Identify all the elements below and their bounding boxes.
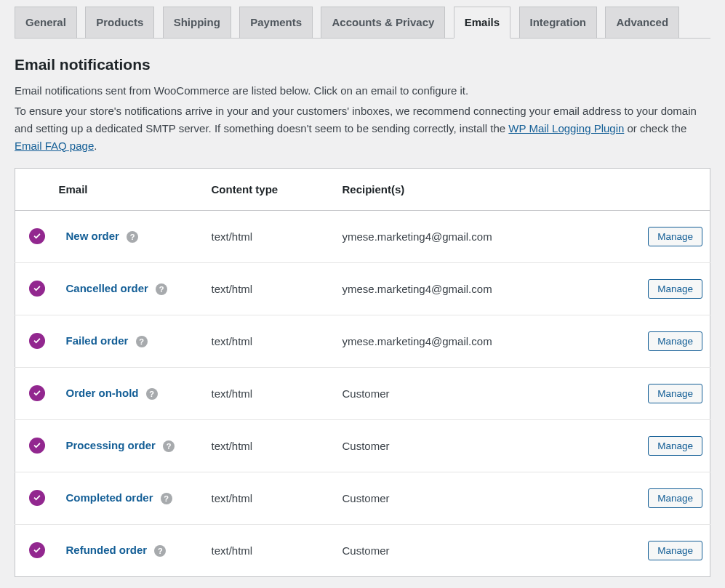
- email-row: Refunded order ? text/html Customer Mana…: [15, 524, 710, 576]
- email-row: Cancelled order ? text/html ymese.market…: [15, 262, 710, 315]
- email-name-link[interactable]: Processing order: [66, 439, 156, 451]
- email-row: Completed order ? text/html Customer Man…: [15, 472, 710, 524]
- wp-mail-logging-link[interactable]: WP Mail Logging Plugin: [508, 122, 624, 134]
- tab-products[interactable]: Products: [85, 7, 154, 38]
- email-name-link[interactable]: Cancelled order: [66, 282, 148, 294]
- email-recipient: Customer: [335, 524, 638, 576]
- email-faq-link[interactable]: Email FAQ page: [15, 140, 94, 152]
- email-content-type: text/html: [204, 210, 335, 262]
- email-name-link[interactable]: Refunded order: [66, 544, 148, 556]
- status-enabled-icon: [29, 281, 45, 297]
- status-enabled-icon: [29, 228, 45, 244]
- tab-shipping[interactable]: Shipping: [163, 7, 231, 38]
- email-recipient: Customer: [335, 367, 638, 419]
- help-tip-icon[interactable]: ?: [156, 283, 167, 295]
- status-enabled-icon: [29, 385, 45, 401]
- tab-advanced[interactable]: Advanced: [605, 7, 679, 38]
- manage-button[interactable]: Manage: [648, 384, 702, 403]
- email-row: Failed order ? text/html ymese.marketing…: [15, 315, 710, 367]
- section-title: Email notifications: [15, 56, 710, 73]
- section-description-1: Email notifications sent from WooCommerc…: [15, 82, 710, 100]
- email-recipient: Customer: [335, 419, 638, 472]
- manage-button[interactable]: Manage: [648, 541, 702, 560]
- settings-tabs: General Products Shipping Payments Accou…: [15, 0, 710, 39]
- email-name-link[interactable]: New order: [66, 230, 119, 242]
- email-recipient: Customer: [335, 472, 638, 524]
- manage-button[interactable]: Manage: [648, 331, 702, 351]
- manage-button[interactable]: Manage: [648, 279, 702, 299]
- desc2-text-post: .: [94, 140, 97, 152]
- status-enabled-icon: [29, 333, 45, 349]
- email-row: New order ? text/html ymese.marketing4@g…: [15, 210, 710, 262]
- email-content-type: text/html: [204, 472, 335, 524]
- email-content-type: text/html: [204, 315, 335, 367]
- email-row: Order on-hold ? text/html Customer Manag…: [15, 367, 710, 419]
- email-recipient: ymese.marketing4@gmail.com: [335, 210, 638, 262]
- help-tip-icon[interactable]: ?: [146, 388, 158, 400]
- help-tip-icon[interactable]: ?: [136, 336, 148, 347]
- section-description-2: To ensure your store's notifications arr…: [15, 102, 710, 155]
- tab-general[interactable]: General: [15, 7, 77, 38]
- help-tip-icon[interactable]: ?: [127, 231, 138, 243]
- tab-accounts-privacy[interactable]: Accounts & Privacy: [321, 7, 445, 38]
- col-email-header: Email: [59, 168, 204, 210]
- email-name-link[interactable]: Order on-hold: [66, 387, 139, 399]
- desc2-text-mid: or check the: [624, 122, 686, 134]
- col-action-header: [638, 168, 710, 210]
- email-recipient: ymese.marketing4@gmail.com: [335, 315, 638, 367]
- manage-button[interactable]: Manage: [648, 227, 702, 246]
- status-enabled-icon: [29, 438, 45, 454]
- email-name-link[interactable]: Failed order: [66, 334, 129, 347]
- manage-button[interactable]: Manage: [648, 488, 702, 508]
- status-enabled-icon: [29, 490, 45, 506]
- email-recipient: ymese.marketing4@gmail.com: [335, 262, 638, 315]
- help-tip-icon[interactable]: ?: [163, 440, 175, 452]
- help-tip-icon[interactable]: ?: [154, 545, 166, 557]
- email-notifications-table: Email Content type Recipient(s) New orde…: [15, 168, 710, 577]
- tab-payments[interactable]: Payments: [239, 7, 313, 38]
- email-content-type: text/html: [204, 419, 335, 472]
- status-enabled-icon: [29, 542, 45, 558]
- email-row: Processing order ? text/html Customer Ma…: [15, 419, 710, 472]
- email-name-link[interactable]: Completed order: [66, 491, 153, 504]
- manage-button[interactable]: Manage: [648, 436, 702, 456]
- email-content-type: text/html: [204, 262, 335, 315]
- col-content-type-header: Content type: [204, 168, 335, 210]
- col-recipients-header: Recipient(s): [335, 168, 638, 210]
- email-content-type: text/html: [204, 367, 335, 419]
- tab-integration[interactable]: Integration: [519, 7, 598, 38]
- email-content-type: text/html: [204, 524, 335, 576]
- tab-emails[interactable]: Emails: [454, 7, 510, 39]
- help-tip-icon[interactable]: ?: [161, 493, 172, 504]
- col-status-header: [15, 168, 59, 210]
